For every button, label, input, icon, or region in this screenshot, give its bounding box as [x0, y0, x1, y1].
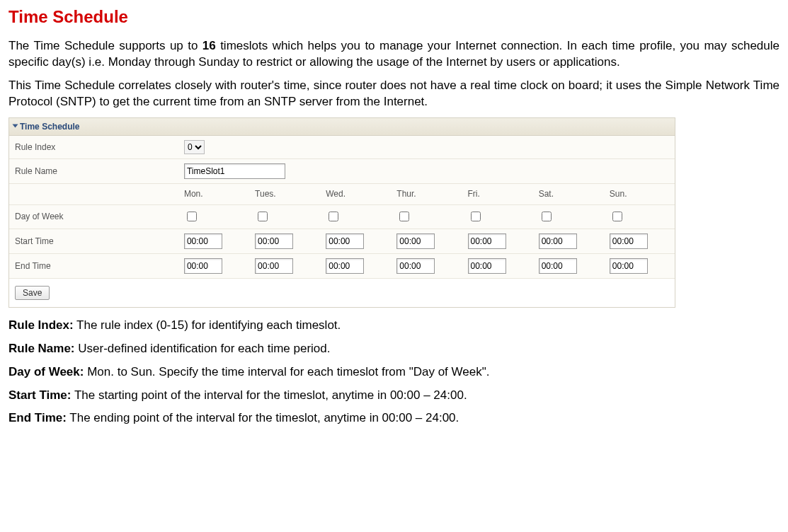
- start-time-wed-input[interactable]: [326, 233, 364, 249]
- dow-thu-cell: [391, 204, 462, 229]
- def-rule-name-term: Rule Name:: [8, 342, 75, 355]
- et-sun-cell: [604, 253, 675, 278]
- row-end-time: End Time: [9, 253, 675, 278]
- def-rule-name: Rule Name: User-defined identification f…: [8, 341, 780, 357]
- def-day-of-week-term: Day of Week:: [8, 365, 84, 378]
- dow-wed-cell: [320, 204, 391, 229]
- start-time-label: Start Time: [9, 229, 178, 253]
- dow-thu-checkbox[interactable]: [399, 212, 409, 221]
- def-rule-index: Rule Index: The rule index (0-15) for id…: [8, 318, 780, 334]
- day-header-mon: Mon.: [178, 184, 249, 204]
- def-rule-index-desc: The rule index (0-15) for identifying ea…: [74, 318, 341, 332]
- panel-heading-text: Time Schedule: [20, 122, 79, 132]
- et-wed-cell: [320, 253, 391, 278]
- form-table: Rule Index 0 Rule Name Mon. Tues. Wed. T…: [9, 136, 675, 278]
- dow-tue-checkbox[interactable]: [258, 212, 268, 221]
- def-rule-name-desc: User-defined identification for each tim…: [75, 342, 331, 355]
- rule-name-cell: [178, 159, 675, 184]
- def-start-time-desc: The starting point of the interval for t…: [72, 388, 467, 402]
- save-row: Save: [9, 279, 675, 307]
- day-of-week-label: Day of Week: [9, 204, 178, 229]
- end-time-mon-input[interactable]: [184, 258, 222, 274]
- row-day-headers: Mon. Tues. Wed. Thur. Fri. Sat. Sun.: [9, 184, 675, 204]
- day-header-fri: Fri.: [462, 184, 533, 204]
- end-time-wed-input[interactable]: [326, 258, 364, 274]
- end-time-sun-input[interactable]: [610, 258, 648, 274]
- day-header-thu: Thur.: [391, 184, 462, 204]
- def-start-time-term: Start Time:: [8, 388, 72, 402]
- def-end-time-desc: The ending point of the interval for the…: [67, 411, 459, 424]
- et-sat-cell: [533, 253, 604, 278]
- dow-mon-cell: [178, 204, 249, 229]
- dow-wed-checkbox[interactable]: [329, 212, 338, 221]
- page-title: Time Schedule: [8, 6, 780, 28]
- time-schedule-panel: Time Schedule Rule Index 0 Rule Name Mon…: [8, 117, 675, 308]
- row-start-time: Start Time: [9, 229, 675, 253]
- et-thu-cell: [391, 253, 462, 278]
- et-fri-cell: [462, 253, 533, 278]
- rule-name-input[interactable]: [184, 163, 285, 179]
- row-rule-name: Rule Name: [9, 159, 675, 184]
- intro-paragraph-1: The Time Schedule supports up to 16 time…: [8, 38, 780, 71]
- et-tue-cell: [249, 253, 320, 278]
- dow-sat-cell: [533, 204, 604, 229]
- st-mon-cell: [178, 229, 249, 253]
- rule-index-cell: 0: [178, 136, 675, 159]
- end-time-label: End Time: [9, 253, 178, 278]
- st-fri-cell: [462, 229, 533, 253]
- end-time-sat-input[interactable]: [539, 258, 577, 274]
- st-sun-cell: [604, 229, 675, 253]
- day-header-sun: Sun.: [604, 184, 675, 204]
- def-day-of-week-desc: Mon. to Sun. Specify the time interval f…: [84, 365, 489, 378]
- end-time-fri-input[interactable]: [468, 258, 506, 274]
- def-rule-index-term: Rule Index:: [8, 318, 74, 332]
- intro-1a: The Time Schedule supports up to: [8, 39, 202, 52]
- rule-index-select[interactable]: 0: [184, 140, 205, 154]
- dow-fri-cell: [462, 204, 533, 229]
- end-time-thu-input[interactable]: [396, 258, 435, 274]
- rule-name-label: Rule Name: [9, 159, 178, 184]
- st-thu-cell: [391, 229, 462, 253]
- dow-tue-cell: [249, 204, 320, 229]
- intro-paragraph-2: This Time Schedule correlates closely wi…: [8, 78, 780, 110]
- start-time-sat-input[interactable]: [539, 233, 577, 249]
- rule-index-label: Rule Index: [9, 136, 178, 159]
- dow-sun-checkbox[interactable]: [612, 212, 622, 221]
- panel-heading: Time Schedule: [9, 118, 675, 136]
- disclosure-icon: [13, 125, 18, 128]
- et-mon-cell: [178, 253, 249, 278]
- start-time-sun-input[interactable]: [610, 233, 648, 249]
- def-day-of-week: Day of Week: Mon. to Sun. Specify the ti…: [8, 364, 780, 381]
- def-end-time: End Time: The ending point of the interv…: [8, 410, 780, 427]
- start-time-fri-input[interactable]: [468, 233, 506, 249]
- dow-mon-checkbox[interactable]: [187, 212, 197, 221]
- day-header-spacer: [9, 184, 178, 204]
- st-tue-cell: [249, 229, 320, 253]
- save-button[interactable]: Save: [15, 286, 50, 300]
- def-end-time-term: End Time:: [8, 411, 67, 424]
- dow-fri-checkbox[interactable]: [471, 212, 481, 221]
- st-sat-cell: [533, 229, 604, 253]
- row-rule-index: Rule Index 0: [9, 136, 675, 159]
- dow-sat-checkbox[interactable]: [542, 212, 552, 221]
- def-start-time: Start Time: The starting point of the in…: [8, 388, 780, 404]
- start-time-tue-input[interactable]: [255, 233, 293, 249]
- row-day-of-week: Day of Week: [9, 204, 675, 229]
- start-time-mon-input[interactable]: [184, 233, 222, 249]
- day-header-sat: Sat.: [533, 184, 604, 204]
- st-wed-cell: [320, 229, 391, 253]
- day-header-tue: Tues.: [249, 184, 320, 204]
- day-header-wed: Wed.: [320, 184, 391, 204]
- dow-sun-cell: [604, 204, 675, 229]
- end-time-tue-input[interactable]: [255, 258, 293, 274]
- intro-1b: 16: [202, 39, 216, 52]
- start-time-thu-input[interactable]: [396, 233, 435, 249]
